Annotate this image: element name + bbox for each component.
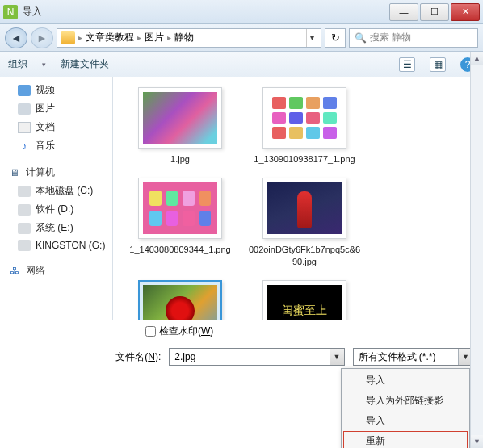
app-icon: N: [3, 5, 18, 19]
menu-item-import-external[interactable]: 导入为外部链接影: [343, 391, 468, 411]
watermark-row: 检查水印(W): [0, 320, 483, 345]
scroll-down-icon[interactable]: ▼: [471, 435, 483, 448]
sidebar-item-video[interactable]: 视频: [0, 81, 112, 99]
file-item[interactable]: 1_1309010938177_1.png: [244, 82, 365, 170]
file-item[interactable]: 闺蜜至上 2-13050322412O.jpg: [244, 275, 365, 320]
file-item[interactable]: 002oinDGty6Fk1b7npq5c&690.jpg: [244, 173, 365, 272]
scroll-up-icon[interactable]: ▲: [471, 52, 483, 65]
menu-item-reload[interactable]: 重新: [343, 431, 468, 448]
sidebar-item-network[interactable]: 🖧网络: [0, 262, 112, 280]
breadcrumb-dropdown[interactable]: ▾: [306, 29, 317, 47]
new-folder-button[interactable]: 新建文件夹: [61, 57, 109, 71]
window-title: 导入: [23, 5, 388, 19]
breadcrumb[interactable]: ▸ 文章类教程 ▸ 图片 ▸ 静物 ▾: [57, 28, 321, 48]
crumb-1[interactable]: 图片: [145, 31, 164, 44]
search-icon: 🔍: [355, 32, 367, 44]
title-bar: N 导入 — ☐ ✕: [0, 0, 483, 24]
file-item[interactable]: 1.jpg: [120, 82, 241, 170]
maximize-button[interactable]: ☐: [420, 3, 449, 21]
sidebar-item-drive-g[interactable]: KINGSTON (G:): [0, 237, 112, 253]
sidebar-item-music[interactable]: ♪音乐: [0, 136, 112, 155]
crumb-2[interactable]: 静物: [174, 31, 194, 44]
import-dropdown-menu: 导入 导入为外部链接影 导入 重新: [341, 368, 470, 448]
search-placeholder: 搜索 静物: [370, 31, 411, 44]
file-item[interactable]: 1_1403080809344_1.png: [120, 173, 241, 272]
forward-button[interactable]: ►: [31, 27, 53, 48]
filename-label: 文件名(N):: [0, 350, 161, 364]
close-button[interactable]: ✕: [451, 3, 480, 21]
thumbnail-icon[interactable]: ▦: [430, 57, 446, 72]
search-input[interactable]: 🔍 搜索 静物: [349, 28, 478, 48]
toolbar: 组织▾ 新建文件夹 ☰ ▦ ?: [0, 52, 483, 77]
sidebar-item-drive-e[interactable]: 系统 (E:): [0, 219, 112, 237]
menu-item-import-2[interactable]: 导入: [343, 411, 468, 431]
watermark-checkbox[interactable]: [145, 326, 156, 337]
chevron-down-icon[interactable]: ▼: [330, 349, 344, 365]
scrollbar-vertical[interactable]: ▲ ▼: [470, 52, 483, 448]
body: 视频 图片 文档 ♪音乐 🖥计算机 本地磁盘 (C:) 软件 (D:) 系统 (…: [0, 77, 483, 320]
view-icon[interactable]: ☰: [399, 57, 415, 72]
menu-item-import[interactable]: 导入: [343, 371, 468, 391]
sidebar-item-drive-c[interactable]: 本地磁盘 (C:): [0, 182, 112, 200]
back-button[interactable]: ◄: [5, 27, 27, 48]
filename-input[interactable]: 2.jpg ▼: [169, 348, 344, 366]
filetype-select[interactable]: 所有文件格式 (*.*) ▼: [353, 348, 473, 366]
file-pane: 1.jpg 1_1309010938177_1.png 1_1403080809…: [113, 77, 483, 320]
minimize-button[interactable]: —: [389, 3, 418, 21]
sidebar-item-computer[interactable]: 🖥计算机: [0, 163, 112, 182]
sidebar-item-pictures[interactable]: 图片: [0, 99, 112, 118]
nav-bar: ◄ ► ▸ 文章类教程 ▸ 图片 ▸ 静物 ▾ ↻ 🔍 搜索 静物: [0, 24, 483, 52]
file-item-selected[interactable]: 2.jpg: [120, 275, 241, 320]
organize-button[interactable]: 组织: [8, 57, 27, 71]
sidebar: 视频 图片 文档 ♪音乐 🖥计算机 本地磁盘 (C:) 软件 (D:) 系统 (…: [0, 77, 113, 320]
crumb-0[interactable]: 文章类教程: [86, 31, 134, 44]
sidebar-item-drive-d[interactable]: 软件 (D:): [0, 200, 112, 219]
sidebar-item-documents[interactable]: 文档: [0, 118, 112, 136]
folder-icon: [61, 31, 75, 44]
refresh-button[interactable]: ↻: [325, 28, 346, 48]
watermark-label: 检查水印(W): [159, 324, 213, 338]
